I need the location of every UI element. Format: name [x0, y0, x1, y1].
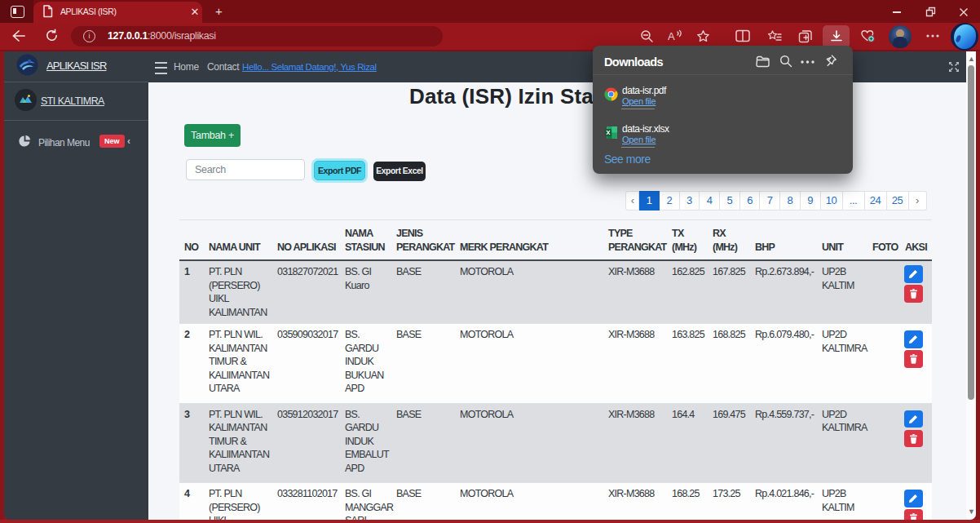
svg-text:A: A	[668, 30, 675, 42]
